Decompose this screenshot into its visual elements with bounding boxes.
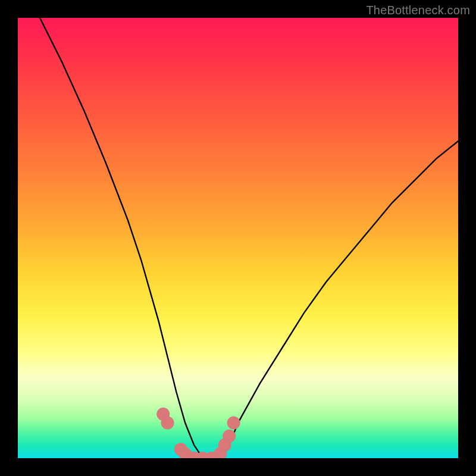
plot-area <box>18 18 458 458</box>
highlight-dot <box>161 416 174 430</box>
chart-frame: TheBottleneck.com <box>0 0 476 476</box>
bottleneck-curve <box>40 18 458 458</box>
highlight-dot <box>223 430 236 443</box>
highlight-dot <box>227 416 240 430</box>
watermark-text: TheBottleneck.com <box>366 4 470 17</box>
curve-layer <box>18 18 458 458</box>
